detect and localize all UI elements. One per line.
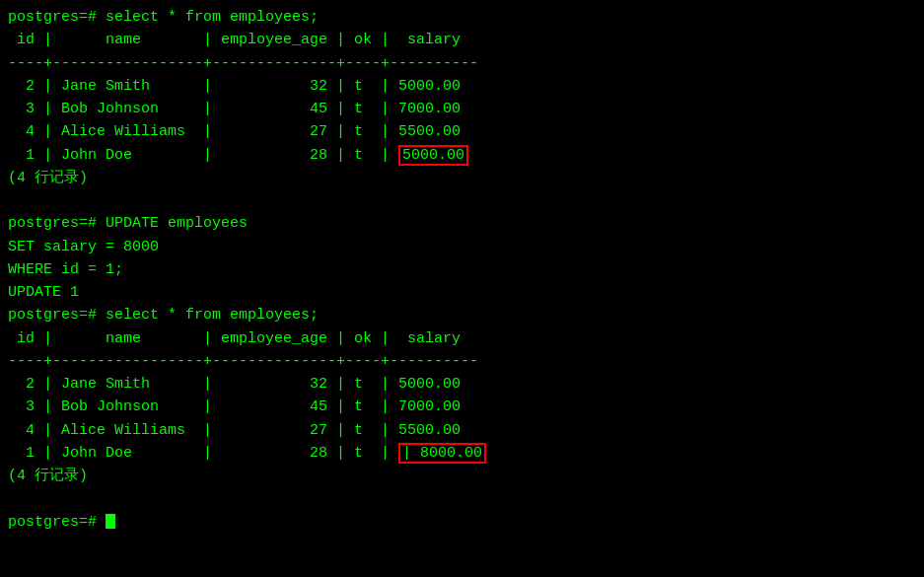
block3-divider: ----+-----------------+--------------+--… <box>8 350 916 373</box>
block1-command: postgres=# select * from employees; <box>8 6 916 29</box>
block2-line2: SET salary = 8000 <box>8 236 916 258</box>
block1-divider: ----+-----------------+--------------+--… <box>8 52 916 75</box>
block2-line3: WHERE id = 1; <box>8 258 916 281</box>
block1-row4: 1 | John Doe | 28 | t | 5000.00 <box>8 144 916 167</box>
highlighted-salary-1: 5000.00 <box>398 145 468 166</box>
terminal-container: postgres=# select * from employees; id |… <box>8 6 916 534</box>
block3-row1: 2 | Jane Smith | 32 | t | 5000.00 <box>8 373 916 396</box>
block1-rowcount: (4 行记录) <box>8 167 916 189</box>
block2-line1: postgres=# UPDATE employees <box>8 212 916 235</box>
block1-row3: 4 | Alice Williams | 27 | t | 5500.00 <box>8 120 916 143</box>
block1-row2: 3 | Bob Johnson | 45 | t | 7000.00 <box>8 98 916 120</box>
final-prompt: postgres=# <box>8 511 916 534</box>
block3-row2: 3 | Bob Johnson | 45 | t | 7000.00 <box>8 396 916 418</box>
block3-rowcount: (4 行记录) <box>8 465 916 487</box>
cursor-block <box>106 514 115 529</box>
block2-line4: UPDATE 1 <box>8 281 916 304</box>
block3-row3: 4 | Alice Williams | 27 | t | 5500.00 <box>8 419 916 442</box>
block1-row1: 2 | Jane Smith | 32 | t | 5000.00 <box>8 75 916 98</box>
block3-command: postgres=# select * from employees; <box>8 304 916 326</box>
block3-header: id | name | employee_age | ok | salary <box>8 327 916 350</box>
highlighted-salary-2: | 8000.00 <box>398 443 486 464</box>
block3-row4: 1 | John Doe | 28 | t | | 8000.00 <box>8 442 916 465</box>
block1-header: id | name | employee_age | ok | salary <box>8 29 916 51</box>
